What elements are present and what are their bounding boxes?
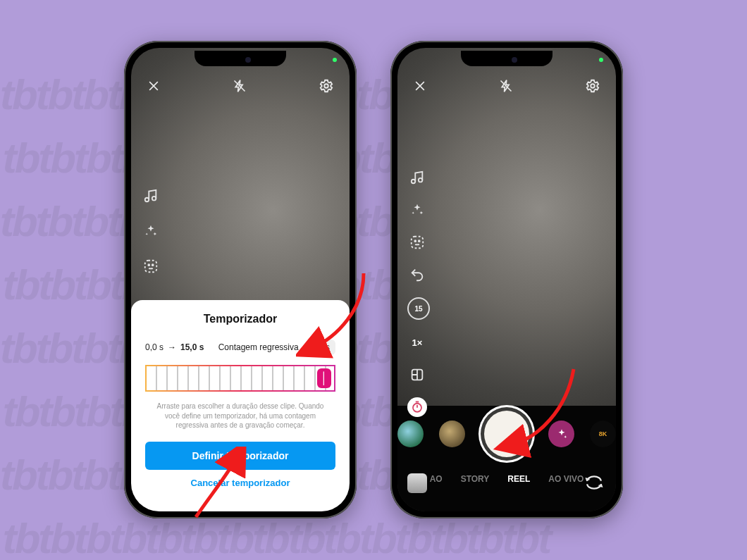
mode-live[interactable]: AO VIVO [548,474,584,484]
duration-15-icon[interactable]: 15 [407,297,430,320]
face-filter-icon[interactable] [141,256,161,276]
mode-story[interactable]: STORY [461,474,490,484]
zoom-1x[interactable]: 1× [407,332,427,352]
svg-point-4 [148,264,149,266]
effects-sparkle-icon[interactable] [407,200,427,220]
notch [195,51,286,66]
slider-handle[interactable]: │ [317,368,331,388]
sheet-title: Temporizador [204,313,278,325]
svg-point-11 [419,240,420,242]
close-icon[interactable] [147,79,161,93]
svg-point-0 [324,84,328,88]
effect-thumb-8k[interactable]: 8K [590,421,616,447]
cancel-timer-button[interactable]: Cancelar temporizador [187,477,295,489]
svg-rect-9 [412,237,424,249]
watermark: tbtbtbtbtbtbtbtbtbtbtbtbtbtbtbtb tbtbtbt… [0,0,747,560]
undo-icon[interactable] [407,265,427,285]
flash-off-icon[interactable] [499,77,513,94]
notch [461,51,552,66]
music-icon[interactable] [141,186,161,206]
phone-right: 15 1× 8K AO STORY REEL [390,41,623,518]
music-icon[interactable] [407,168,427,187]
svg-point-8 [419,178,423,182]
settings-icon[interactable] [585,78,600,94]
phone-left: Temporizador 0,0 s → 15,0 s Contagem reg… [124,41,357,518]
svg-point-10 [414,240,416,242]
close-icon[interactable] [413,79,427,93]
effects-sparkle-icon[interactable] [141,221,161,241]
sheet-help-text: Arraste para escolher a duração desse cl… [149,402,331,430]
countdown-value-chip[interactable]: 3 s [313,340,335,355]
effect-thumb-sparkle[interactable] [548,421,574,447]
face-filter-icon[interactable] [407,232,427,252]
set-timer-button[interactable]: Definir temporizador [145,442,335,470]
svg-point-2 [152,197,156,201]
settings-icon[interactable] [319,78,334,94]
countdown-label: Contagem regressiva [218,342,299,352]
svg-rect-3 [145,261,157,273]
mode-reel[interactable]: REEL [507,474,530,484]
effect-thumb-1[interactable] [397,421,424,447]
duration-slider[interactable]: │ [145,365,335,392]
svg-point-7 [412,180,416,184]
camera-active-dot [599,58,603,62]
svg-point-6 [591,84,595,88]
shutter-button[interactable] [481,407,533,461]
timer-sheet: Temporizador 0,0 s → 15,0 s Contagem reg… [131,300,350,511]
svg-point-1 [145,198,149,202]
mode-ao[interactable]: AO [430,474,443,484]
flash-off-icon[interactable] [233,77,247,94]
camera-active-dot [333,58,337,62]
effect-thumb-2[interactable] [439,421,465,447]
clip-range: 0,0 s → 15,0 s [145,342,204,352]
layout-icon[interactable] [407,365,427,385]
camera-flip-icon[interactable] [585,475,603,490]
svg-point-5 [152,264,154,266]
